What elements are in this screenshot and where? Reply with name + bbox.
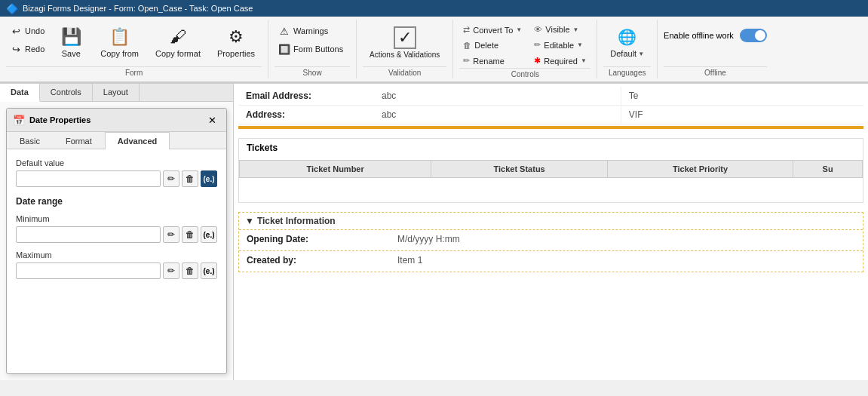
form-buttons-icon: 🔲 (278, 43, 290, 55)
redo-label: Redo (25, 45, 44, 54)
actions-validations-button[interactable]: ✓ Actions & Validations (363, 23, 446, 63)
email-extra: Te (621, 87, 863, 106)
warnings-label: Warnings (293, 26, 328, 35)
tab-data[interactable]: Data (0, 84, 40, 102)
props-tab-advanced[interactable]: Advanced (105, 132, 170, 149)
panel-tabs: Data Controls Layout (0, 84, 233, 102)
maximum-row: ✏ 🗑 (e.) (16, 262, 217, 279)
required-icon: ✱ (534, 56, 541, 66)
table-row (240, 178, 863, 199)
right-panel: Email Address: abc Te Address: abc VIF T… (234, 84, 868, 380)
convert-to-button[interactable]: ⇄ Convert To ▼ (459, 23, 527, 37)
undo-button[interactable]: ↩ Undo (6, 23, 48, 39)
copy-from-button[interactable]: 📋 Copy from (94, 23, 146, 62)
ticket-info-title: Ticket Information (257, 216, 336, 226)
tab-layout[interactable]: Layout (93, 84, 140, 101)
rename-icon: ✏ (463, 56, 470, 66)
dialog-content: Default value ✏ 🗑 (e.) Date range Minimu… (7, 149, 226, 373)
controls-right: 👁 Visible ▼ ✏ Editable ▼ ✱ Required ▼ (530, 23, 590, 68)
redo-button[interactable]: ↪ Redo (6, 41, 48, 57)
col-ticket-status: Ticket Status (431, 161, 608, 178)
delete-button[interactable]: 🗑 Delete (459, 38, 527, 52)
dialog-titlebar: 📅 Date Properties ✕ (7, 109, 226, 132)
save-label: Save (62, 49, 81, 58)
props-tab-basic[interactable]: Basic (7, 132, 53, 149)
properties-label: Properties (217, 49, 255, 58)
copy-format-label: Copy format (155, 49, 201, 58)
maximum-label: Maximum (16, 250, 217, 259)
actions-validations-label: Actions & Validations (370, 51, 440, 59)
visible-label: Visible (545, 25, 569, 34)
address-label: Address: (238, 106, 374, 124)
props-tab-format[interactable]: Format (53, 132, 105, 149)
offline-label: Enable offline work (664, 31, 734, 40)
tickets-table: Ticket Number Ticket Status Ticket Prior… (239, 160, 863, 199)
ticket-info-section: ▼ Ticket Information Opening Date: M/d/y… (238, 212, 863, 272)
maximum-edit-button[interactable]: ✏ (163, 262, 179, 279)
ribbon-group-controls: ⇄ Convert To ▼ 🗑 Delete ✏ Rename (453, 20, 597, 78)
warnings-icon: ⚠ (278, 25, 290, 37)
dialog-title: Date Properties (29, 115, 90, 124)
dialog-close-button[interactable]: ✕ (204, 112, 220, 128)
convert-icon: ⇄ (463, 25, 470, 35)
created-by-label: Created by: (239, 251, 390, 272)
copy-format-icon: 🖌 (167, 26, 189, 48)
default-value-expression-button[interactable]: (e.) (201, 170, 217, 187)
default-value-input[interactable] (16, 170, 161, 187)
opening-date-row: Opening Date: M/d/yyyy H:mm (239, 229, 863, 250)
email-label: Email Address: (238, 87, 374, 106)
visible-dropdown-icon: ▼ (573, 26, 579, 33)
default-lang-button[interactable]: 🌐 Default ▼ (603, 23, 651, 62)
ribbon-group-show-items: ⚠ Warnings 🔲 Form Buttons (275, 20, 350, 66)
minimum-input[interactable] (16, 226, 161, 243)
convert-dropdown-icon: ▼ (516, 26, 522, 33)
rename-button[interactable]: ✏ Rename (459, 54, 527, 68)
ribbon-group-offline: Enable offline work Offline (658, 20, 773, 78)
titlebar: 🔷 Bizagi Forms Designer - Form: Open_Cas… (0, 0, 868, 17)
visible-button[interactable]: 👁 Visible ▼ (530, 23, 590, 36)
address-extra: VIF (621, 106, 863, 124)
show-btns: ⚠ Warnings 🔲 Form Buttons (275, 23, 350, 57)
app-icon: 🔷 (6, 3, 18, 14)
lang-dropdown-icon: ▼ (638, 51, 644, 57)
maximum-delete-button[interactable]: 🗑 (182, 262, 198, 279)
col-ticket-number: Ticket Number (240, 161, 431, 178)
required-button[interactable]: ✱ Required ▼ (530, 54, 590, 68)
warnings-button[interactable]: ⚠ Warnings (275, 23, 350, 39)
editable-button[interactable]: ✏ Editable ▼ (530, 38, 590, 52)
minimum-label: Minimum (16, 214, 217, 223)
properties-button[interactable]: ⚙ Properties (210, 23, 262, 62)
undo-label: Undo (25, 26, 44, 35)
maximum-input[interactable] (16, 262, 161, 279)
opening-date-label: Opening Date: (239, 230, 390, 250)
upper-fields-table: Email Address: abc Te Address: abc VIF (238, 87, 863, 124)
ribbon-group-show: ⚠ Warnings 🔲 Form Buttons Show (268, 20, 357, 78)
default-value-edit-button[interactable]: ✏ (163, 170, 179, 187)
table-row: Address: abc VIF (238, 106, 863, 124)
tickets-title: Tickets (239, 139, 863, 157)
offline-group-label: Offline (664, 66, 767, 78)
default-value-delete-button[interactable]: 🗑 (182, 170, 198, 187)
editable-icon: ✏ (534, 40, 541, 50)
ticket-info-collapse-icon[interactable]: ▼ (245, 216, 254, 226)
copy-format-button[interactable]: 🖌 Copy format (149, 23, 207, 62)
editable-label: Editable (544, 41, 574, 50)
date-properties-dialog: 📅 Date Properties ✕ Basic Format Advance… (6, 108, 227, 374)
created-by-value: Item 1 (390, 251, 430, 272)
minimum-row: ✏ 🗑 (e.) (16, 226, 217, 243)
titlebar-text: Bizagi Forms Designer - Form: Open_Case … (23, 4, 253, 13)
tab-controls[interactable]: Controls (40, 84, 93, 101)
maximum-expression-button[interactable]: (e.) (201, 262, 217, 279)
default-value-label: Default value (16, 158, 217, 167)
col-ticket-extra: Su (793, 161, 863, 178)
form-buttons-button[interactable]: 🔲 Form Buttons (275, 41, 350, 57)
controls-left: ⇄ Convert To ▼ 🗑 Delete ✏ Rename (459, 23, 527, 68)
offline-toggle[interactable] (740, 29, 767, 42)
minimum-expression-button[interactable]: (e.) (201, 226, 217, 243)
minimum-edit-button[interactable]: ✏ (163, 226, 179, 243)
tickets-section: Tickets Ticket Number Ticket Status Tick… (238, 138, 863, 203)
offline-control: Enable offline work (664, 23, 767, 42)
save-button[interactable]: 💾 Save (51, 23, 90, 62)
languages-group-label: Languages (603, 66, 651, 78)
minimum-delete-button[interactable]: 🗑 (182, 226, 198, 243)
